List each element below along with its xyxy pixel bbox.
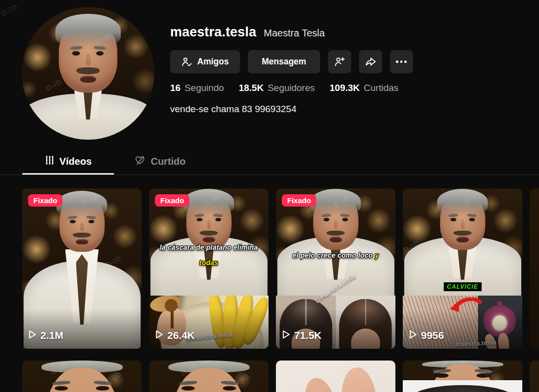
doctor-face [59, 19, 118, 92]
following-label: Seguindo [184, 83, 224, 93]
pinned-badge: Fixado [155, 194, 189, 207]
avatar-portrait [22, 7, 154, 140]
doctor-hair [57, 191, 107, 216]
doctor-face [440, 193, 485, 250]
likes-count: 109.3K [329, 83, 359, 93]
message-button-label: Mensagem [262, 57, 306, 67]
video-caption-line2: todas [149, 259, 269, 267]
person-plus-icon [334, 57, 345, 67]
profile-title: maestra.tesla Maestra Tesla [170, 25, 325, 40]
profile-avatar[interactable]: D-ID D-ID [22, 7, 154, 140]
video-card-2[interactable]: D-ID D-ID la cáscara de plátano elimina … [149, 188, 269, 349]
video-caption-accent: y [375, 251, 379, 259]
more-options-button[interactable] [390, 50, 413, 73]
finger [299, 374, 345, 392]
doctor-mustache [76, 67, 100, 74]
video-card-9-partial[interactable]: D-ID D-ID [403, 361, 522, 392]
likes-label: Curtidas [364, 83, 399, 93]
doctor-hair [183, 189, 234, 214]
video-card-5-partial[interactable] [530, 188, 539, 349]
following-stat[interactable]: 16 Seguindo [170, 83, 224, 93]
video-card-8-partial[interactable] [276, 361, 395, 392]
video-thumbnail [530, 188, 539, 349]
likes-stat[interactable]: 109.3K Curtidas [329, 83, 398, 93]
doctor-mustache [327, 231, 345, 236]
following-count: 16 [170, 83, 180, 93]
followers-stat[interactable]: 18.5K Seguidores [239, 83, 315, 93]
doctor-face [59, 195, 104, 252]
friends-button[interactable]: Amigos [170, 50, 240, 73]
profile-bio: vende-se chama 83 99693254 [170, 104, 297, 115]
video-card-3[interactable]: D-ID el pelo crece como loco y @maestra.… [276, 188, 395, 349]
tab-videos-label: Vídeos [60, 156, 92, 167]
doctor-hair [310, 189, 361, 214]
add-friend-button[interactable] [328, 50, 351, 73]
tab-liked[interactable]: Curtido [114, 150, 206, 173]
play-outline-icon [282, 330, 290, 341]
view-count: 2.1M [29, 330, 63, 341]
doctor-mustache [73, 233, 91, 238]
view-count: 26.4K [155, 330, 195, 341]
message-button[interactable]: Mensagem [248, 50, 320, 73]
share-button[interactable] [359, 50, 382, 73]
video-card-6-partial[interactable]: D-ID D-ID [22, 361, 142, 392]
grid-dashes-icon [45, 155, 55, 168]
person-check-icon [181, 57, 192, 67]
ellipsis-icon [396, 60, 407, 63]
play-outline-icon [409, 330, 417, 341]
video-thumbnail [403, 188, 522, 296]
video-thumbnail [149, 361, 269, 392]
tab-liked-label: Curtido [150, 156, 185, 167]
video-thumbnail [276, 361, 395, 392]
doctor-face [186, 193, 231, 250]
active-tab-underline [22, 173, 114, 175]
dark-hair-mass [406, 385, 518, 392]
video-thumbnail [530, 361, 539, 392]
paste [165, 299, 178, 312]
video-caption-line1: la cáscara de plátano elimina [149, 243, 269, 251]
d-id-watermark: D-ID [0, 2, 19, 18]
onion-half [483, 305, 516, 337]
video-caption-tag: CALVICIE [444, 282, 481, 291]
hairline-photo [403, 380, 522, 392]
view-count-value: 2.1M [40, 330, 63, 341]
video-card-4[interactable]: D-ID D-ID CALVICIE @maestra.tesla 9956 [403, 188, 522, 349]
profile-tabs: Vídeos Curtido [0, 150, 539, 175]
view-count-value: 9956 [421, 330, 444, 341]
video-caption-line1: el pelo crece como loco y [276, 251, 395, 259]
video-thumbnail [22, 361, 142, 392]
followers-label: Seguidores [268, 83, 315, 93]
play-outline-icon [29, 330, 36, 341]
share-arrow-icon [365, 57, 376, 66]
view-count: 71.5K [282, 330, 322, 341]
video-card-1[interactable]: D-ID D-ID Fixado 2.1M [22, 188, 142, 349]
view-count-value: 71.5K [294, 330, 322, 341]
profile-stats: 16 Seguindo 18.5K Seguidores 109.3K Curt… [170, 83, 398, 93]
profile-username: maestra.tesla [170, 25, 256, 40]
pinned-badge: Fixado [282, 194, 316, 207]
tiktok-profile-page: D-ID D-ID D-ID maestra.tesla Maestra Tes… [0, 0, 539, 392]
profile-actions: Amigos Mensagem [170, 50, 413, 73]
play-outline-icon [155, 330, 163, 341]
doctor-hair [437, 189, 488, 214]
view-count: 9956 [409, 330, 444, 341]
red-arrow [446, 298, 485, 317]
friends-button-label: Amigos [197, 57, 229, 67]
view-count-value: 26.4K [167, 330, 195, 341]
video-card-7-partial[interactable]: D-ID D-ID [149, 361, 269, 392]
followers-count: 18.5K [239, 83, 264, 93]
video-card-10-partial[interactable] [530, 361, 539, 392]
profile-nickname: Maestra Tesla [264, 28, 325, 39]
tab-videos[interactable]: Vídeos [22, 150, 114, 173]
finger [338, 366, 380, 392]
doctor-face [313, 193, 358, 250]
video-thumbnail [22, 188, 142, 349]
doctor-mustache [453, 231, 472, 236]
pinned-badge: Fixado [28, 194, 62, 207]
doctor-mustache [200, 231, 218, 236]
heart-slash-icon [134, 155, 146, 168]
doctor-hair [55, 14, 120, 47]
